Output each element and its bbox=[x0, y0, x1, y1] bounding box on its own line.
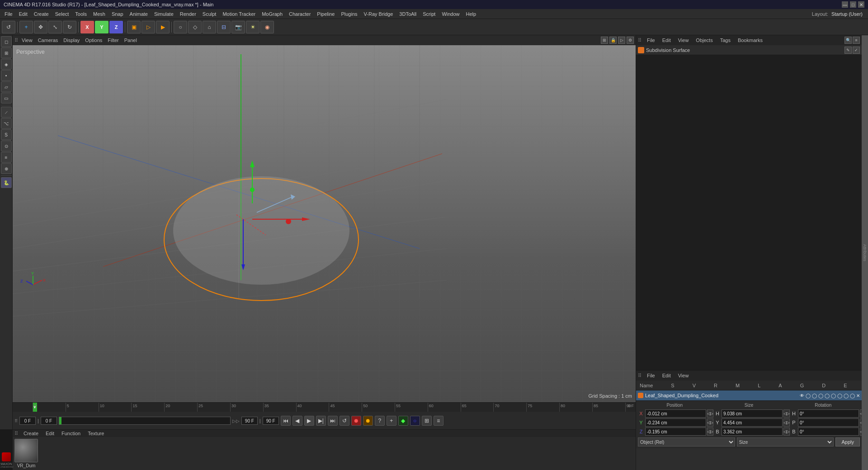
size-x-input[interactable] bbox=[722, 409, 783, 418]
motion-grid[interactable]: ⊞ bbox=[422, 416, 432, 426]
pos-x-input[interactable] bbox=[645, 409, 706, 418]
motion-add[interactable]: + bbox=[387, 416, 396, 426]
om-filter-icon[interactable]: ≡ bbox=[853, 37, 860, 44]
menu-vray[interactable]: V-Ray Bridge bbox=[361, 10, 396, 18]
size-z-input[interactable] bbox=[722, 428, 783, 436]
om-objects[interactable]: Objects bbox=[694, 37, 714, 44]
goto-start-button[interactable]: ⏮ bbox=[281, 416, 291, 426]
menu-file[interactable]: File bbox=[2, 10, 15, 18]
menu-select[interactable]: Select bbox=[52, 10, 72, 18]
menu-animate[interactable]: Animate bbox=[127, 10, 151, 18]
object-entry[interactable]: Leaf_Shaped_Dumpling_Cooked 👁 ◯ ◯ ◯ ◯ ◯ … bbox=[636, 390, 862, 400]
sidebar-tool4[interactable]: ⊕ bbox=[1, 163, 12, 174]
null-obj[interactable]: ○ bbox=[174, 21, 187, 33]
menu-pipeline[interactable]: Pipeline bbox=[314, 10, 337, 18]
rot-x-input[interactable] bbox=[798, 409, 859, 418]
menu-snap[interactable]: Snap bbox=[109, 10, 126, 18]
motion-settings[interactable]: ≡ bbox=[434, 416, 443, 426]
om-search-icon[interactable]: 🔍 bbox=[844, 37, 852, 44]
material[interactable]: ◉ bbox=[260, 21, 274, 33]
step-forward-button[interactable]: ▶| bbox=[316, 416, 326, 426]
right-side-tab[interactable]: Attributes bbox=[862, 35, 868, 470]
coord-x[interactable]: X bbox=[80, 21, 94, 33]
frame-range-input[interactable] bbox=[41, 417, 57, 425]
obj-flag-e[interactable]: ◯ bbox=[850, 393, 855, 398]
mat-texture[interactable]: Texture bbox=[86, 430, 106, 437]
rotate-tool[interactable]: ↻ bbox=[63, 21, 76, 33]
material-item[interactable]: VR_Dum bbox=[14, 439, 38, 468]
light[interactable]: ☀ bbox=[246, 21, 259, 33]
scale-tool[interactable]: ⤡ bbox=[48, 21, 62, 33]
coord-system-dropdown[interactable]: Object (Rel) World Local bbox=[638, 437, 735, 446]
undo-button[interactable]: ↺ bbox=[2, 21, 15, 33]
end-frame-input2[interactable] bbox=[263, 417, 279, 425]
vp-render-icon[interactable]: ▷ bbox=[618, 37, 625, 44]
vp-filter[interactable]: Filter bbox=[106, 37, 120, 44]
sidebar-paint[interactable]: ◈ bbox=[1, 59, 12, 70]
record-help-button[interactable]: ? bbox=[375, 416, 385, 426]
coord-z[interactable]: Z bbox=[109, 21, 123, 33]
om-bookmarks[interactable]: Bookmarks bbox=[736, 37, 764, 44]
nurbs[interactable]: ⌂ bbox=[203, 21, 216, 33]
pos-y-input[interactable] bbox=[645, 418, 706, 427]
sidebar-polygons[interactable]: ▭ bbox=[1, 93, 12, 103]
vp-options[interactable]: Options bbox=[83, 37, 104, 44]
sidebar-line[interactable]: ⟋ bbox=[1, 107, 12, 118]
sidebar-tool2[interactable]: ⊙ bbox=[1, 141, 12, 151]
vp-panel[interactable]: Panel bbox=[123, 37, 139, 44]
sidebar-spline[interactable]: S bbox=[1, 129, 12, 140]
render-all[interactable]: ▶ bbox=[156, 21, 170, 33]
timeline-ruler[interactable]: ▼ 0 5 10 15 20 25 30 35 40 45 50 55 60 6… bbox=[13, 403, 636, 412]
motion-key[interactable]: ◆ bbox=[398, 416, 408, 426]
sidebar-texture[interactable]: ⊞ bbox=[1, 47, 12, 58]
om2-file[interactable]: File bbox=[645, 372, 657, 379]
new-button[interactable]: + bbox=[19, 21, 33, 33]
sidebar-brush[interactable]: ⌥ bbox=[1, 118, 12, 129]
obj-flag-d[interactable]: ◯ bbox=[844, 393, 849, 398]
menu-mesh[interactable]: Mesh bbox=[90, 10, 108, 18]
vp-lock-icon[interactable]: 🔒 bbox=[609, 37, 617, 44]
play-button[interactable]: ▶ bbox=[304, 416, 314, 426]
sidebar-model[interactable]: ◻ bbox=[1, 36, 12, 47]
subdiv-check-icon[interactable]: ✓ bbox=[853, 47, 860, 54]
coord-y[interactable]: Y bbox=[95, 21, 108, 33]
mat-create[interactable]: Create bbox=[22, 430, 40, 437]
om2-view[interactable]: View bbox=[676, 372, 691, 379]
menu-sculpt[interactable]: Sculpt bbox=[200, 10, 219, 18]
motion-dot[interactable]: ○ bbox=[410, 416, 420, 426]
menu-create[interactable]: Create bbox=[31, 10, 52, 18]
obj-flag-g[interactable]: ◯ bbox=[837, 393, 842, 398]
menu-plugins[interactable]: Plugins bbox=[338, 10, 360, 18]
render-active[interactable]: ▷ bbox=[142, 21, 155, 33]
menu-tools[interactable]: Tools bbox=[72, 10, 90, 18]
size-x-lock[interactable]: ◁▷ bbox=[783, 409, 790, 418]
sidebar-points[interactable]: • bbox=[1, 70, 12, 81]
end-frame-input[interactable] bbox=[241, 417, 258, 425]
minimize-button[interactable]: — bbox=[842, 1, 848, 8]
move-tool[interactable]: ✥ bbox=[34, 21, 47, 33]
viewport[interactable]: ⠿ View Cameras Display Options Filter Pa… bbox=[13, 35, 636, 402]
menu-simulate[interactable]: Simulate bbox=[151, 10, 176, 18]
size-mode-dropdown[interactable]: Size Scale bbox=[737, 437, 834, 446]
obj-flag-l[interactable]: ◯ bbox=[825, 393, 830, 398]
mat-edit[interactable]: Edit bbox=[44, 430, 56, 437]
apply-button[interactable]: Apply bbox=[835, 437, 860, 446]
menu-character[interactable]: Character bbox=[286, 10, 313, 18]
maximize-button[interactable]: □ bbox=[850, 1, 856, 8]
goto-end-button[interactable]: ⏭ bbox=[328, 416, 338, 426]
menu-motiontracker[interactable]: Motion Tracker bbox=[220, 10, 258, 18]
camera[interactable]: 📷 bbox=[231, 21, 245, 33]
obj-flag-v[interactable]: ◯ bbox=[806, 393, 811, 398]
current-frame-input[interactable] bbox=[19, 417, 36, 425]
vp-maximize-icon[interactable]: ⊞ bbox=[601, 37, 608, 44]
menu-3dtoall[interactable]: 3DToAll bbox=[396, 10, 419, 18]
om-tags[interactable]: Tags bbox=[718, 37, 732, 44]
obj-flag-m[interactable]: ◯ bbox=[818, 393, 823, 398]
om-file[interactable]: File bbox=[645, 37, 657, 44]
viewport-canvas[interactable]: X Y Z Perspective Grid Spacing : 1 cm bbox=[13, 45, 636, 402]
vp-view[interactable]: View bbox=[20, 37, 34, 44]
menu-render[interactable]: Render bbox=[177, 10, 199, 18]
record-button[interactable]: ⏺ bbox=[351, 416, 361, 426]
obj-flag-eye[interactable]: 👁 bbox=[800, 393, 804, 398]
record-pos-button[interactable]: ⏺ bbox=[363, 416, 373, 426]
